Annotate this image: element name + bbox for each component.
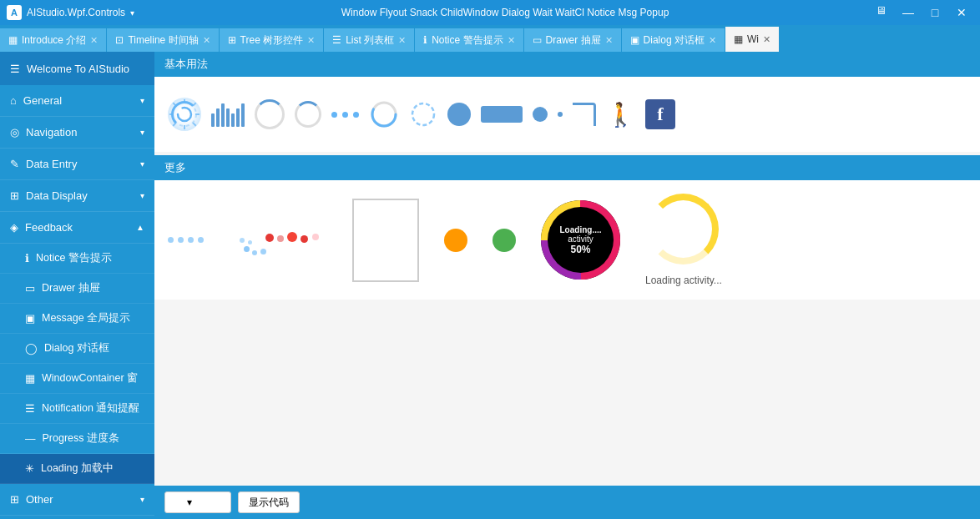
sidebar-group-header-data-display[interactable]: ⊞Data Display▾: [0, 180, 154, 212]
sidebar-item-drawer[interactable]: ▭Drawer 抽屉: [0, 274, 154, 304]
item-icon: ℹ: [25, 252, 29, 265]
sidebar-group-general: ⌂General▾: [0, 85, 154, 117]
svg-line-8: [193, 103, 196, 106]
tab-close-icon[interactable]: ✕: [90, 35, 98, 46]
group-icon: ✎: [10, 158, 19, 170]
item-icon: ☰: [25, 402, 35, 415]
svg-line-9: [173, 123, 176, 126]
code-select[interactable]: ▾: [164, 491, 231, 513]
section1-label: 基本用法: [164, 57, 208, 72]
tab-drawer[interactable]: ▭Drawer 抽屉✕: [524, 28, 622, 52]
sidebar-group-header-navigation[interactable]: ◎Navigation▾: [0, 117, 154, 149]
loading-label: Loading....: [560, 225, 602, 234]
tab-introduce[interactable]: ▦Introduce 介绍✕: [0, 28, 107, 52]
tab-icon: ⊡: [115, 34, 124, 46]
dot-orange: [444, 229, 467, 252]
tab-icon: ⊞: [228, 34, 236, 46]
sidebar-group-feedback: ◈Feedback▲ℹNotice 警告提示▭Drawer 抽屉▣Message…: [0, 212, 154, 484]
corner-bracket: [573, 103, 596, 126]
tab-close-icon[interactable]: ✕: [763, 34, 770, 45]
tab-label: Drawer 抽屉: [546, 33, 601, 48]
item-label: Dialog 对话框: [44, 341, 109, 355]
sidebar-title: Welcome To AIStudio: [27, 63, 129, 75]
item-label: Drawer 抽屉: [42, 281, 100, 295]
more-demo-area: Loading.... activity 50% Loading activit…: [154, 180, 980, 300]
tab-timeline[interactable]: ⊡Timeline 时间轴✕: [107, 28, 219, 52]
sidebar-groups: ⌂General▾◎Navigation▾✎Data Entry▾⊞Data D…: [0, 85, 154, 516]
tab-label: Introduce 介绍: [22, 33, 86, 48]
sidebar-item-notification[interactable]: ☰Notification 通知提醒: [0, 394, 154, 424]
sidebar-item-windowcontainer[interactable]: ▦WindowContainer 窗: [0, 364, 154, 394]
item-label: Message 全局提示: [42, 311, 130, 325]
tabbar: ▦Introduce 介绍✕⊡Timeline 时间轴✕⊞Tree 树形控件✕☰…: [0, 25, 980, 52]
dots-blue-row: [168, 237, 204, 243]
tab-label: Wi: [747, 33, 759, 45]
group-label: General: [23, 94, 62, 107]
tab-icon: ▦: [8, 34, 18, 46]
item-label: Notice 警告提示: [36, 251, 112, 265]
section-header-basic: 基本用法: [154, 52, 980, 77]
sidebar-group-header-feedback[interactable]: ◈Feedback▲: [0, 212, 154, 244]
section-header-more: 更多: [154, 155, 980, 180]
circle-spinner-2: [295, 101, 321, 128]
circle-filled: [447, 103, 471, 126]
tab-notice[interactable]: ℹNotice 警告提示✕: [415, 28, 523, 52]
sidebar-item-notice[interactable]: ℹNotice 警告提示: [0, 244, 154, 274]
sidebar-group-data-display: ⊞Data Display▾: [0, 180, 154, 212]
group-label: Data Entry: [26, 158, 77, 170]
logo-letter: A: [11, 8, 18, 18]
circle-spinner-1: [255, 99, 285, 129]
spinner-sun: [168, 98, 201, 131]
tab-dialog[interactable]: ▣Dialog 对话框✕: [622, 28, 725, 52]
white-box: [352, 199, 419, 282]
tab-label: Tree 树形控件: [240, 33, 304, 48]
group-icon: ⊞: [10, 189, 19, 202]
arrow-icon: ▲: [136, 223, 144, 232]
item-label: Loading 加载中: [41, 461, 114, 476]
sidebar-group-header-general[interactable]: ⌂General▾: [0, 85, 154, 117]
svg-line-6: [173, 103, 176, 106]
sidebar-item-progress[interactable]: —Progress 进度条: [0, 424, 154, 454]
sidebar-group-other: ⊞Other▾: [0, 484, 154, 516]
app-name: AIStudio.Wpf.Controls: [27, 7, 125, 18]
item-icon: ▣: [25, 312, 35, 325]
dot-green: [493, 229, 516, 252]
sidebar-item-dialog[interactable]: ◯Dialog 对话框: [0, 334, 154, 364]
show-code-button[interactable]: 显示代码: [238, 491, 300, 513]
tab-close-icon[interactable]: ✕: [508, 35, 515, 46]
tab-list[interactable]: ☰List 列表框✕: [324, 28, 415, 52]
tab-close-icon[interactable]: ✕: [605, 35, 613, 46]
tab-close-icon[interactable]: ✕: [307, 35, 315, 46]
tab-label: List 列表框: [346, 33, 394, 48]
yellow-ring: [648, 194, 719, 265]
chevron-down-icon: ▾: [187, 496, 192, 508]
tab-close-icon[interactable]: ✕: [203, 35, 210, 46]
close-button[interactable]: ✕: [950, 4, 973, 21]
section2-label: 更多: [164, 160, 186, 175]
tab-close-icon[interactable]: ✕: [398, 35, 406, 46]
sidebar-group-header-other[interactable]: ⊞Other▾: [0, 484, 154, 516]
maximize-button[interactable]: □: [923, 4, 947, 21]
sidebar-item-message[interactable]: ▣Message 全局提示: [0, 304, 154, 334]
arc-spinner: [369, 99, 399, 129]
tab-icon: ▦: [734, 33, 743, 45]
sidebar-group-header-data-entry[interactable]: ✎Data Entry▾: [0, 149, 154, 180]
group-label: Feedback: [25, 221, 73, 234]
tab-wi[interactable]: ▦Wi✕: [725, 27, 780, 52]
item-label: WindowContainer 窗: [42, 371, 138, 385]
tab-tree[interactable]: ⊞Tree 树形控件✕: [220, 28, 325, 52]
tab-label: Timeline 时间轴: [128, 33, 198, 48]
tab-icon: ▭: [533, 34, 542, 46]
item-icon: —: [25, 433, 36, 445]
arrow-icon: ▾: [140, 191, 144, 200]
tab-close-icon[interactable]: ✕: [709, 35, 716, 46]
loading-percent: 50%: [570, 244, 590, 255]
loading-sub: activity: [568, 234, 594, 244]
arrow-icon: ▾: [140, 128, 144, 137]
dots-pulse: [331, 112, 359, 118]
window-title: Window Flyout Snack ChildWindow Dialog W…: [134, 7, 876, 18]
sidebar-item-loading[interactable]: ✳Loading 加载中: [0, 454, 154, 484]
item-icon: ✳: [25, 462, 34, 475]
loading-activity-circle: Loading.... activity 50%: [541, 200, 620, 280]
minimize-button[interactable]: —: [897, 4, 920, 21]
